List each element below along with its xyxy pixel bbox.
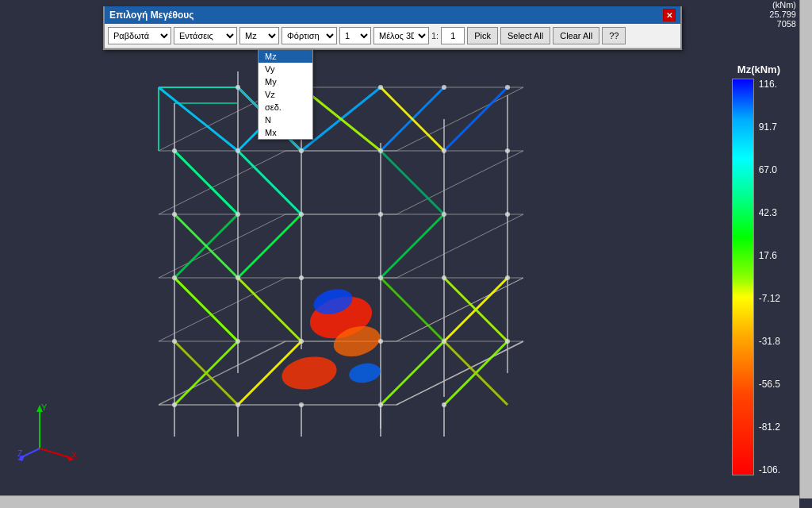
clear-all-button[interactable]: Clear All [553,27,599,44]
result-type-dropdown[interactable]: Mz [239,27,279,44]
colon-label: 1: [431,31,439,40]
svg-line-59 [396,341,523,405]
svg-point-86 [505,275,510,280]
svg-point-70 [172,402,177,407]
corner-info-line3: 7058 [769,19,796,29]
svg-point-84 [378,275,383,280]
dialog-toolbar: Ραβδωτά Εντάσεις Mz Φόρτιση 1 Μέλος 3D 1… [105,24,680,48]
svg-line-45 [444,87,508,151]
legend-scale: 116.91.767.042.317.6-7.12-31.8-56.5-81.2… [732,79,780,475]
legend-value: 91.7 [759,121,780,133]
legend-value: -7.12 [759,293,780,304]
svg-point-99 [236,85,240,90]
svg-point-101 [378,85,383,90]
dialog-close-button[interactable]: ✕ [663,9,676,21]
corner-info-line2: 25.799 [769,10,796,19]
svg-line-41 [174,151,238,214]
svg-text:Z: Z [17,448,23,458]
svg-line-32 [381,214,444,278]
svg-line-36 [238,214,301,278]
load-case-dropdown[interactable]: Φόρτιση [282,27,337,44]
svg-point-74 [442,402,446,407]
svg-point-93 [172,148,177,153]
svg-point-81 [172,275,177,280]
axes-indicator: Y X Z [16,401,79,464]
legend-labels: 116.91.767.042.317.6-7.12-31.8-56.5-81.2… [754,79,780,475]
svg-line-33 [381,151,444,214]
svg-point-87 [172,212,177,217]
scrollbar-right[interactable] [799,0,812,498]
svg-line-10 [159,278,285,341]
svg-point-80 [505,339,510,344]
category-dropdown[interactable]: Εντάσεις [174,27,237,44]
svg-line-35 [238,278,301,341]
select-all-button[interactable]: Select All [500,27,550,44]
svg-point-78 [378,339,383,344]
color-legend: Mz(kNm) 116.91.767.042.317.6-7.12-31.8-5… [732,64,780,475]
svg-point-88 [236,212,240,217]
corner-info: (kNm) 25.799 7058 [769,0,796,29]
svg-point-89 [299,212,304,217]
svg-line-16 [159,151,285,214]
svg-point-73 [378,402,383,407]
svg-point-72 [299,402,304,407]
load-number-dropdown[interactable]: 1 [339,27,371,44]
svg-point-97 [442,148,446,153]
svg-point-98 [505,148,510,153]
svg-point-71 [236,402,240,407]
dropdown-item-my[interactable]: My [259,75,312,88]
dropdown-item-n[interactable]: N [259,114,312,126]
svg-line-31 [381,278,444,341]
legend-value: -81.2 [759,421,780,433]
help-button[interactable]: ?? [602,27,626,44]
svg-point-90 [378,212,383,217]
svg-point-76 [236,339,240,344]
dialog-window: Επιλογή Μεγέθους ✕ Ραβδωτά Εντάσεις Mz Φ… [103,6,682,50]
dropdown-item-mz[interactable]: Mz [259,50,312,63]
legend-value: -56.5 [759,379,780,390]
dialog-title: Επιλογή Μεγέθους [109,10,194,21]
member-number-input[interactable] [441,27,465,44]
dropdown-item-vy[interactable]: Vy [259,63,312,75]
svg-point-75 [172,339,177,344]
svg-point-48 [279,352,339,394]
svg-line-14 [396,214,523,278]
svg-point-92 [505,212,510,217]
svg-line-20 [396,87,523,151]
dialog-titlebar: Επιλογή Μεγέθους ✕ [105,6,680,24]
legend-value: -31.8 [759,336,780,347]
legend-title: Mz(kNm) [737,64,780,75]
svg-point-94 [236,148,240,153]
svg-point-83 [299,275,304,280]
pick-button[interactable]: Pick [467,27,498,44]
svg-point-103 [505,85,510,90]
legend-value: 17.6 [759,250,780,261]
svg-line-17 [396,151,523,214]
legend-value: 42.3 [759,207,780,218]
svg-point-79 [442,339,446,344]
structure-canvas [79,40,634,484]
type-dropdown[interactable]: Ραβδωτά [108,27,171,44]
legend-value: 116. [759,79,780,90]
svg-text:Y: Y [41,402,48,412]
svg-line-39 [174,278,238,341]
svg-line-37 [238,151,301,214]
dropdown-item-vz[interactable]: Vz [259,88,312,101]
dropdown-item-σεδ.[interactable]: σεδ. [259,101,312,114]
legend-value: -106. [759,464,780,475]
svg-line-107 [40,448,71,458]
scrollbar-bottom[interactable] [0,495,799,508]
result-type-dropdown-menu: MzVyMyVzσεδ.NMx [258,49,313,140]
svg-line-57 [159,87,238,151]
svg-point-91 [442,212,446,217]
svg-point-50 [347,361,382,386]
svg-line-60 [396,278,523,341]
svg-text:X: X [71,450,78,460]
svg-point-82 [236,275,240,280]
dropdown-item-mx[interactable]: Mx [259,126,312,139]
svg-point-77 [299,339,304,344]
svg-point-96 [378,148,383,153]
legend-bar [732,79,754,475]
svg-line-30 [381,341,444,405]
member-type-dropdown[interactable]: Μέλος 3D [373,27,429,44]
